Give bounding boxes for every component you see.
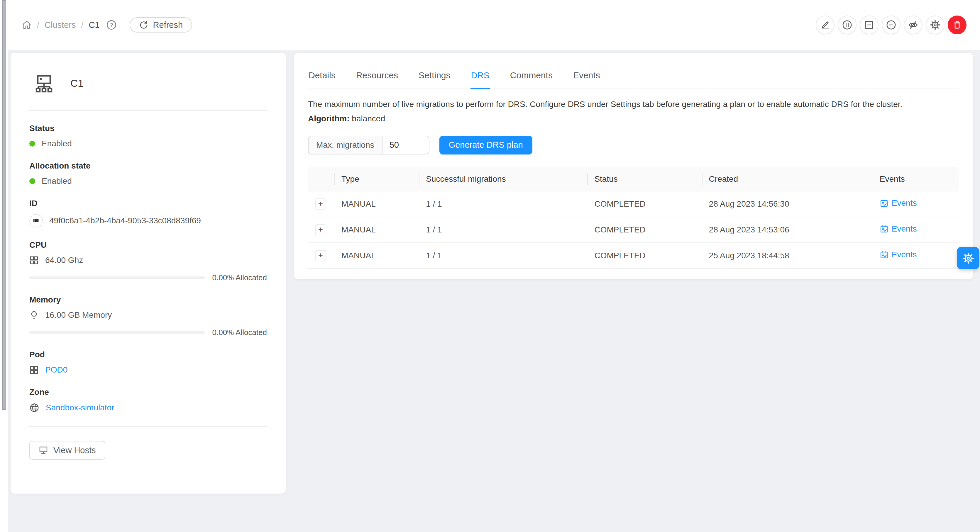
expand-row-button[interactable]: +	[315, 250, 326, 261]
divider	[29, 110, 267, 111]
breadcrumb: / Clusters / C1 ? Refresh	[22, 17, 192, 33]
pause-circle-icon	[842, 20, 853, 30]
events-link[interactable]: Events	[880, 250, 917, 259]
memory-value: 16.00 GB Memory	[45, 310, 112, 320]
zone-link[interactable]: Sandbox-simulator	[46, 403, 114, 413]
eye-invisible-icon	[908, 20, 918, 30]
header-status: Status	[587, 167, 702, 191]
table-header-row: Type Successful migrations Status Create…	[308, 167, 959, 191]
monitor-icon	[39, 446, 48, 455]
settings-button[interactable]	[926, 16, 945, 34]
events-label: Events	[892, 224, 917, 233]
minus-circle-icon	[886, 20, 896, 30]
globe-icon	[29, 403, 39, 413]
cluster-name: C1	[70, 77, 84, 89]
eye-invisible-button[interactable]	[904, 16, 923, 34]
events-link[interactable]: Events	[880, 199, 917, 208]
reload-icon	[139, 20, 148, 30]
status-value: Enabled	[41, 139, 72, 148]
minus-square-button[interactable]	[860, 16, 878, 34]
cpu-label: CPU	[29, 240, 267, 250]
header-events: Events	[873, 167, 959, 191]
minus-square-icon	[864, 20, 874, 30]
tab-settings[interactable]: Settings	[418, 63, 451, 89]
cpu-section: CPU 64.00 Ghz 0.00% Allocated	[29, 240, 267, 282]
memory-section: Memory 16.00 GB Memory 0.00% Allocated	[29, 295, 267, 337]
tab-details[interactable]: Details	[308, 63, 336, 89]
breadcrumb-separator: /	[81, 20, 83, 30]
schedule-icon	[880, 224, 888, 233]
table-row: + MANUAL 1 / 1 COMPLETED 25 Aug 2023 18:…	[308, 243, 959, 269]
header-migrations: Successful migrations	[419, 167, 587, 191]
expand-row-button[interactable]: +	[315, 224, 326, 235]
algorithm-value: balanced	[352, 114, 385, 123]
tab-resources[interactable]: Resources	[355, 63, 399, 89]
allocation-section: Allocation state Enabled	[29, 161, 267, 186]
view-hosts-button[interactable]: View Hosts	[29, 441, 105, 460]
memory-allocated-text: 0.00% Allocated	[212, 328, 267, 337]
memory-label: Memory	[29, 295, 267, 305]
memory-progress: 0.00% Allocated	[29, 328, 267, 337]
cluster-info-card: C1 Status Enabled Allocation state Enabl…	[11, 53, 286, 494]
header-actions	[816, 16, 967, 34]
tab-drs[interactable]: DRS	[471, 63, 490, 89]
pod-label: Pod	[29, 350, 267, 359]
cell-migrations: 1 / 1	[419, 243, 587, 269]
header-created: Created	[702, 167, 873, 191]
schedule-icon	[880, 199, 888, 208]
pod-link[interactable]: POD0	[45, 365, 67, 375]
cpu-value: 64.00 Ghz	[45, 256, 83, 265]
home-icon[interactable]	[22, 20, 32, 30]
edit-icon	[820, 20, 830, 30]
cluster-detail-card: Details Resources Settings DRS Comments …	[294, 53, 973, 279]
events-link[interactable]: Events	[880, 224, 917, 233]
schedule-icon	[880, 250, 888, 259]
pod-section: Pod POD0	[29, 350, 267, 375]
breadcrumb-current: C1	[89, 20, 99, 30]
pause-button[interactable]	[838, 16, 856, 34]
cpu-allocated-text: 0.00% Allocated	[212, 273, 267, 282]
zone-section: Zone Sandbox-simulator	[29, 387, 267, 413]
cell-created: 28 Aug 2023 14:56:30	[702, 191, 873, 217]
trash-icon	[952, 20, 962, 30]
id-value: 49f0c6a1-4b2b-4ba4-9053-33c08d839f69	[49, 216, 201, 226]
events-label: Events	[892, 250, 917, 259]
cluster-title-row: C1	[29, 70, 267, 97]
cell-type: MANUAL	[334, 243, 419, 269]
max-migrations-input[interactable]	[382, 136, 429, 154]
breadcrumb-clusters[interactable]: Clusters	[45, 20, 76, 30]
cell-created: 25 Aug 2023 18:44:58	[702, 243, 873, 269]
id-section: ID 49f0c6a1-4b2b-4ba4-9053-33c08d839f69	[29, 199, 267, 227]
events-label: Events	[892, 199, 917, 208]
table-row: + MANUAL 1 / 1 COMPLETED 28 Aug 2023 14:…	[308, 191, 959, 217]
floating-settings-button[interactable]	[957, 247, 979, 269]
refresh-label: Refresh	[153, 20, 183, 30]
expand-row-button[interactable]: +	[315, 199, 326, 210]
status-dot	[29, 141, 35, 146]
drs-description: The maximum number of live migrations to…	[308, 98, 959, 111]
tab-events[interactable]: Events	[573, 63, 601, 89]
generate-drs-plan-button[interactable]: Generate DRS plan	[439, 136, 532, 154]
left-scrollbar-thumb[interactable]	[2, 0, 6, 410]
minus-circle-button[interactable]	[882, 16, 900, 34]
allocation-label: Allocation state	[29, 161, 267, 171]
delete-button[interactable]	[948, 16, 967, 34]
tab-comments[interactable]: Comments	[509, 63, 553, 89]
header-expand	[308, 167, 334, 191]
max-migrations-group: Max. migrations	[308, 136, 430, 154]
question-circle-icon[interactable]: ?	[106, 20, 117, 30]
cell-type: MANUAL	[334, 217, 419, 243]
id-label: ID	[29, 199, 267, 208]
cell-migrations: 1 / 1	[419, 191, 587, 217]
cpu-progress: 0.00% Allocated	[29, 273, 267, 282]
divider	[29, 426, 267, 427]
breadcrumb-separator: /	[37, 20, 39, 30]
gear-icon	[963, 253, 974, 264]
cell-type: MANUAL	[334, 191, 419, 217]
memory-progress-track	[29, 331, 205, 334]
refresh-button[interactable]: Refresh	[130, 17, 192, 33]
edit-button[interactable]	[816, 16, 835, 34]
drs-algorithm: Algorithm: balanced	[308, 114, 959, 124]
gear-icon	[930, 20, 940, 30]
status-section: Status Enabled	[29, 124, 267, 148]
